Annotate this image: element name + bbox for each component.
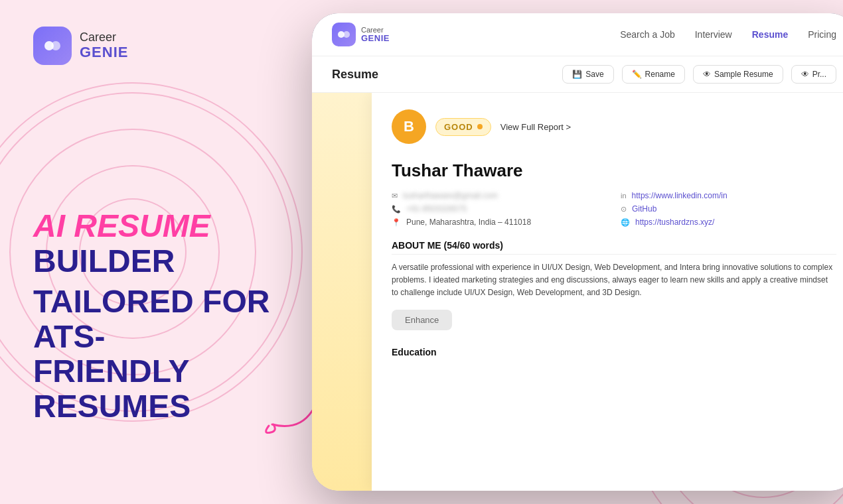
logo-icon: [33, 27, 72, 65]
hero-text: AI RESUME BUILDER TAILORED FOR ATS- FRIE…: [33, 209, 292, 477]
svg-point-10: [51, 41, 60, 50]
app-navbar: Career GENIE Search a Job Interview Resu…: [312, 13, 843, 56]
rename-label: Rename: [645, 70, 675, 79]
resume-document: B GOOD View Full Report > Tushar Thaware…: [372, 93, 843, 491]
score-dot: [477, 124, 483, 129]
contact-grid: ✉ tusharthaware@gmail.com in https://www…: [392, 191, 836, 227]
rename-button[interactable]: ✏️ Rename: [622, 65, 685, 84]
app-nav-links: Search a Job Interview Resume Pricing: [620, 29, 836, 40]
phone-value: +91-9503326575: [406, 204, 467, 214]
svg-point-12: [343, 31, 350, 38]
website-value: https://tushardzns.xyz/: [635, 218, 714, 227]
resume-toolbar: Resume 💾 Save ✏️ Rename 👁 Sample Resume …: [312, 56, 843, 93]
about-me-title: ABOUT ME (54/60 words): [392, 240, 836, 255]
hero-ai: AI: [33, 208, 74, 243]
about-me-text: A versatile professional with experience…: [392, 261, 836, 300]
linkedin-value: https://www.linkedin.com/in: [632, 191, 728, 200]
contact-linkedin: in https://www.linkedin.com/in: [621, 191, 836, 200]
sample-resume-button[interactable]: 👁 Sample Resume: [693, 65, 783, 84]
contact-github: ⊙ GitHub: [621, 204, 836, 214]
save-button[interactable]: 💾 Save: [562, 65, 613, 84]
nav-resume[interactable]: Resume: [752, 29, 788, 40]
hero-line1: AI RESUME BUILDER: [33, 209, 292, 279]
website-icon: 🌐: [621, 218, 630, 227]
phone-icon: 📞: [392, 205, 401, 214]
github-value: GitHub: [632, 204, 656, 214]
app-logo-text: Career GENIE: [361, 27, 390, 42]
nav-search-job[interactable]: Search a Job: [620, 29, 675, 40]
app-logo-icon: [332, 23, 356, 46]
device-mockup: Career GENIE Search a Job Interview Resu…: [312, 13, 843, 491]
logo-area: Career GENIE: [33, 27, 292, 65]
resume-content: B GOOD View Full Report > Tushar Thaware…: [312, 93, 843, 491]
nav-pricing[interactable]: Pricing: [808, 29, 836, 40]
preview-icon: 👁: [801, 70, 809, 79]
logo-genie-label: GENIE: [80, 44, 128, 60]
app-logo: Career GENIE: [332, 23, 390, 46]
score-letter: B: [404, 118, 414, 135]
view-full-report-button[interactable]: View Full Report >: [500, 122, 571, 132]
score-badge: GOOD: [435, 118, 491, 136]
enhance-button[interactable]: Enhance: [392, 310, 452, 330]
save-icon: 💾: [572, 70, 582, 79]
linkedin-icon: in: [621, 192, 627, 200]
score-label: GOOD: [444, 122, 473, 132]
preview-button[interactable]: 👁 Pr...: [791, 65, 836, 84]
preview-label: Pr...: [812, 70, 826, 79]
hero-resume: RESUME: [74, 208, 210, 243]
education-title: Education: [392, 347, 836, 357]
hero-line2: TAILORED FOR ATS-: [33, 284, 292, 355]
email-icon: ✉: [392, 192, 398, 200]
rename-icon: ✏️: [632, 70, 642, 79]
score-area: B GOOD View Full Report >: [392, 109, 836, 144]
location-value: Pune, Maharashtra, India – 411018: [406, 218, 531, 227]
sample-eye-icon: 👁: [703, 70, 711, 79]
nav-interview[interactable]: Interview: [695, 29, 732, 40]
location-icon: 📍: [392, 218, 401, 227]
resume-gradient-sidebar: [312, 93, 372, 491]
resume-name: Tushar Thaware: [392, 160, 836, 181]
save-label: Save: [585, 70, 603, 79]
github-icon: ⊙: [621, 205, 627, 214]
sample-label: Sample Resume: [714, 70, 773, 79]
contact-location: 📍 Pune, Maharashtra, India – 411018: [392, 218, 607, 227]
hero-builder: BUILDER: [33, 243, 175, 279]
contact-email: ✉ tusharthaware@gmail.com: [392, 191, 607, 200]
resume-page-title: Resume: [332, 68, 378, 82]
device-inner: Career GENIE Search a Job Interview Resu…: [312, 13, 843, 491]
logo-career-label: Career: [80, 31, 128, 44]
hero-line3: FRIENDLY RESUMES: [33, 354, 292, 424]
score-avatar: B: [392, 109, 426, 144]
app-genie-label: GENIE: [361, 34, 390, 42]
contact-phone: 📞 +91-9503326575: [392, 204, 607, 214]
contact-website: 🌐 https://tushardzns.xyz/: [621, 218, 836, 227]
email-value: tusharthaware@gmail.com: [403, 191, 498, 200]
logo-text: Career GENIE: [80, 31, 128, 60]
